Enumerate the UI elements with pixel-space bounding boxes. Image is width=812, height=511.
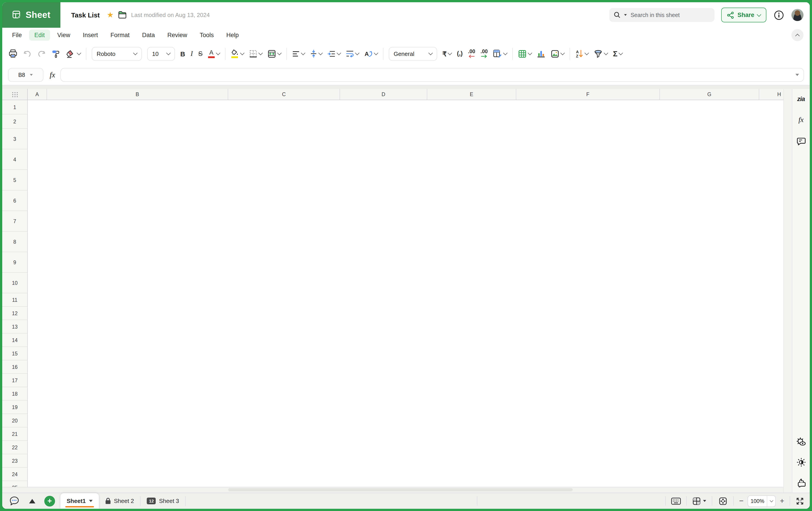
vertical-align-button[interactable] bbox=[310, 50, 322, 58]
column-header-D[interactable]: D bbox=[340, 89, 427, 100]
add-sheet-button[interactable]: + bbox=[44, 495, 55, 506]
strikethrough-button[interactable]: S bbox=[198, 51, 202, 57]
fill-color-button[interactable] bbox=[231, 50, 244, 58]
row-header-2[interactable]: 2 bbox=[2, 115, 27, 129]
row-header-22[interactable]: 22 bbox=[2, 441, 27, 454]
wrap-text-button[interactable] bbox=[346, 50, 359, 57]
app-logo[interactable]: Sheet bbox=[2, 2, 60, 28]
avatar[interactable] bbox=[791, 9, 804, 21]
view-settings-icon[interactable] bbox=[796, 437, 806, 446]
formula-bar-expand-caret[interactable] bbox=[795, 74, 799, 76]
discuss-icon[interactable] bbox=[9, 496, 19, 506]
row-header-13[interactable]: 13 bbox=[2, 320, 27, 333]
search-options-caret[interactable] bbox=[624, 14, 627, 16]
font-size-select[interactable]: 10 bbox=[147, 47, 175, 61]
row-header-11[interactable]: 11 bbox=[2, 293, 27, 307]
row-header-15[interactable]: 15 bbox=[2, 347, 27, 360]
undo-button[interactable] bbox=[23, 50, 32, 58]
contrast-icon[interactable] bbox=[796, 458, 806, 467]
fit-to-screen-button[interactable] bbox=[712, 493, 733, 509]
column-header-A[interactable]: A bbox=[28, 89, 47, 100]
row-header-16[interactable]: 16 bbox=[2, 360, 27, 374]
tab-sheet2[interactable]: Sheet 2 bbox=[99, 493, 140, 509]
zia-icon[interactable]: zia bbox=[797, 95, 805, 102]
row-header-14[interactable]: 14 bbox=[2, 333, 27, 347]
zoom-out-button[interactable]: − bbox=[739, 497, 744, 505]
vertical-scrollbar[interactable] bbox=[783, 89, 792, 493]
menu-edit[interactable]: Edit bbox=[29, 30, 50, 41]
menu-file[interactable]: File bbox=[7, 30, 27, 41]
share-button[interactable]: Share bbox=[721, 8, 766, 22]
comma-style-button[interactable]: (,) bbox=[457, 51, 463, 57]
sum-button[interactable]: Σ bbox=[613, 50, 622, 57]
horizontal-align-button[interactable] bbox=[292, 50, 304, 57]
document-title[interactable]: Task List bbox=[71, 11, 100, 19]
row-header-8[interactable]: 8 bbox=[2, 232, 27, 252]
fullscreen-button[interactable] bbox=[790, 493, 810, 509]
column-header-G[interactable]: G bbox=[660, 89, 759, 100]
filter-button[interactable] bbox=[594, 50, 608, 58]
column-header-E[interactable]: E bbox=[427, 89, 516, 100]
menu-review[interactable]: Review bbox=[162, 30, 193, 41]
sheet-list-icon[interactable] bbox=[29, 499, 35, 503]
feedback-icon[interactable] bbox=[796, 478, 806, 487]
row-header-5[interactable]: 5 bbox=[2, 170, 27, 190]
folder-icon[interactable] bbox=[118, 11, 126, 19]
sheet-canvas[interactable] bbox=[28, 100, 783, 487]
collapse-toolbar-button[interactable] bbox=[791, 29, 804, 41]
row-header-4[interactable]: 4 bbox=[2, 149, 27, 170]
row-header-12[interactable]: 12 bbox=[2, 307, 27, 320]
row-header-17[interactable]: 17 bbox=[2, 374, 27, 387]
keyboard-shortcuts-button[interactable] bbox=[666, 493, 686, 509]
formula-input[interactable] bbox=[61, 68, 804, 82]
increase-decimal-button[interactable]: .00 bbox=[481, 50, 488, 58]
column-header-C[interactable]: C bbox=[228, 89, 340, 100]
insert-table-button[interactable] bbox=[518, 50, 531, 58]
number-format-select[interactable]: General bbox=[389, 47, 437, 61]
row-header-6[interactable]: 6 bbox=[2, 190, 27, 211]
menu-data[interactable]: Data bbox=[137, 30, 160, 41]
menu-insert[interactable]: Insert bbox=[78, 30, 103, 41]
sort-button[interactable]: A Z bbox=[575, 50, 588, 58]
tab-sheet1[interactable]: Sheet1 bbox=[60, 493, 99, 509]
zoom-level-select[interactable]: 100% bbox=[748, 495, 776, 507]
text-rotate-button[interactable]: A bbox=[364, 50, 378, 58]
borders-button[interactable] bbox=[249, 50, 262, 58]
font-name-select[interactable]: Roboto bbox=[92, 47, 142, 61]
select-all-corner[interactable] bbox=[2, 89, 28, 100]
merge-cells-button[interactable] bbox=[267, 50, 281, 58]
format-painter-button[interactable] bbox=[52, 49, 60, 58]
row-header-24[interactable]: 24 bbox=[2, 468, 27, 481]
font-color-button[interactable]: A bbox=[208, 50, 220, 58]
decrease-decimal-button[interactable]: .00 bbox=[468, 50, 475, 58]
freeze-panes-caret[interactable] bbox=[703, 500, 706, 502]
freeze-panes-button[interactable] bbox=[687, 493, 712, 509]
menu-format[interactable]: Format bbox=[105, 30, 135, 41]
row-header-7[interactable]: 7 bbox=[2, 211, 27, 232]
row-header-10[interactable]: 10 bbox=[2, 273, 27, 293]
row-header-9[interactable]: 9 bbox=[2, 252, 27, 273]
row-header-1[interactable]: 1 bbox=[2, 100, 27, 115]
currency-button[interactable]: ₹ bbox=[442, 50, 452, 57]
conditional-format-button[interactable] bbox=[493, 49, 507, 58]
menu-help[interactable]: Help bbox=[221, 30, 244, 41]
italic-button[interactable]: I bbox=[191, 50, 193, 57]
horizontal-scrollbar-thumb[interactable] bbox=[228, 488, 573, 491]
row-header-25[interactable]: 25 bbox=[2, 481, 27, 487]
column-header-F[interactable]: F bbox=[516, 89, 660, 100]
functions-icon[interactable]: fx bbox=[799, 116, 804, 124]
insert-image-button[interactable] bbox=[551, 50, 564, 58]
print-button[interactable] bbox=[8, 49, 18, 58]
row-header-19[interactable]: 19 bbox=[2, 400, 27, 414]
clear-format-button[interactable] bbox=[66, 49, 81, 58]
name-box[interactable]: B8 bbox=[8, 68, 44, 82]
favorite-star-icon[interactable]: ★ bbox=[107, 10, 114, 20]
row-header-23[interactable]: 23 bbox=[2, 454, 27, 468]
search-input[interactable]: Search in this sheet bbox=[610, 8, 715, 22]
indent-button[interactable] bbox=[327, 50, 341, 57]
insert-chart-button[interactable] bbox=[537, 50, 545, 58]
row-header-3[interactable]: 3 bbox=[2, 129, 27, 149]
comments-icon[interactable] bbox=[796, 137, 806, 146]
zoom-in-button[interactable]: + bbox=[780, 497, 784, 505]
zoom-level-caret[interactable] bbox=[767, 495, 775, 506]
